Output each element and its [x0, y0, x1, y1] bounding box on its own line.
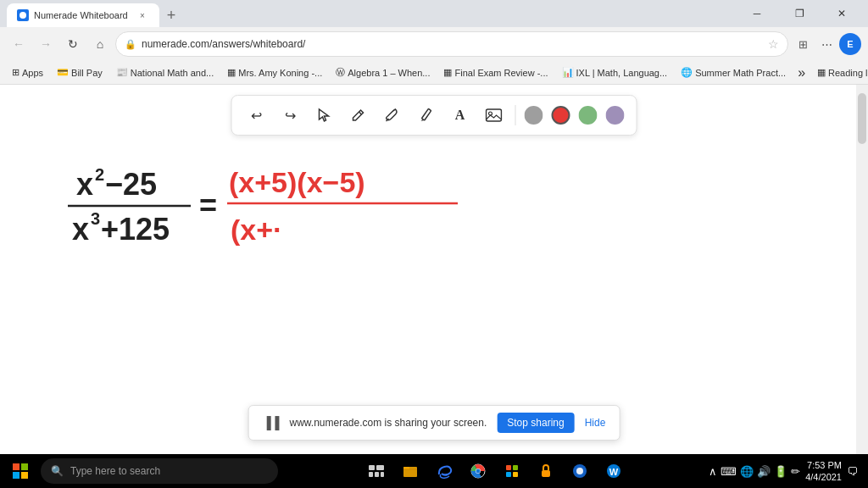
tools-button[interactable] [380, 103, 405, 128]
amykoning-icon: ▦ [227, 67, 236, 78]
whiteboard-toolbar: ↩ ↪ A [231, 95, 637, 136]
bookmark-label: National Math and... [131, 68, 214, 78]
settings-icon[interactable]: ⋯ [815, 33, 837, 55]
battery-icon[interactable]: 🔋 [774, 465, 787, 478]
chrome-button[interactable] [463, 456, 493, 486]
nav-bar: ← → ↻ ⌂ 🔒 numerade.com/answers/whiteboar… [0, 27, 868, 61]
bookmark-readinglist[interactable]: ▦ Reading list [812, 65, 868, 80]
readinglist-icon: ▦ [817, 67, 826, 78]
svg-rect-22 [369, 472, 373, 477]
active-tab[interactable]: Numerade Whiteboard × [7, 3, 159, 27]
notification-icon[interactable]: 🗨 [847, 465, 858, 478]
bookmark-label: Algebra 1 – When... [348, 68, 430, 78]
sharing-text: www.numerade.com is sharing your screen. [290, 417, 487, 429]
start-button[interactable] [3, 454, 37, 488]
address-bar[interactable]: 🔒 numerade.com/answers/whiteboard/ ☆ [115, 31, 788, 57]
profile-button[interactable]: E [839, 33, 861, 55]
store-button[interactable] [497, 456, 527, 486]
summermath-icon: 🌐 [681, 67, 693, 78]
bookmark-label: Summer Math Pract... [695, 68, 786, 78]
sharing-icon: ▐▐ [263, 416, 280, 430]
bookmark-summermath[interactable]: 🌐 Summer Math Pract... [676, 65, 791, 80]
scrollbar-thumb[interactable] [858, 93, 866, 144]
bookmark-algebra[interactable]: Ⓦ Algebra 1 – When... [331, 64, 435, 80]
maximize-button[interactable]: ❐ [780, 0, 819, 27]
bookmark-label: Bill Pay [71, 68, 103, 78]
bookmark-label: Apps [22, 68, 43, 78]
tab-close-button[interactable]: × [136, 8, 149, 22]
toolbar-divider [515, 105, 516, 125]
network-icon[interactable]: 🌐 [740, 465, 754, 478]
bookmarks-bar: ⊞ Apps 💳 Bill Pay 📰 National Math and...… [0, 61, 868, 85]
refresh-button[interactable]: ↻ [61, 32, 85, 56]
forward-button[interactable]: → [34, 32, 58, 56]
undo-button[interactable]: ↩ [244, 103, 270, 128]
taskbar-clock[interactable]: 7:53 PM 4/4/2021 [805, 459, 842, 484]
svg-point-0 [19, 12, 26, 19]
explorer-button[interactable] [395, 456, 426, 486]
nav-icons: ⊞ ⋯ E [792, 33, 861, 55]
pencil-button[interactable] [414, 103, 439, 128]
apps-icon: ⊞ [12, 67, 19, 78]
svg-text:x: x [72, 212, 89, 247]
hide-button[interactable]: Hide [585, 417, 606, 429]
back-button[interactable]: ← [7, 32, 31, 56]
image-button[interactable] [481, 103, 507, 128]
svg-rect-20 [369, 465, 375, 470]
svg-rect-2 [421, 108, 431, 120]
svg-point-36 [576, 468, 583, 474]
taskview-button[interactable] [361, 456, 392, 486]
star-icon[interactable]: ☆ [768, 37, 779, 51]
algebra-icon: Ⓦ [336, 66, 345, 79]
firefox-button[interactable] [565, 456, 595, 486]
search-placeholder: Type here to search [70, 465, 160, 477]
svg-text:(x+5)(x−5): (x+5)(x−5) [229, 166, 365, 198]
svg-rect-24 [381, 472, 384, 477]
bookmark-ixl[interactable]: 📊 IXL | Math, Languag... [557, 65, 673, 80]
content-area: ↩ ↪ A [0, 85, 868, 454]
select-button[interactable] [312, 103, 337, 128]
color-red[interactable] [552, 106, 570, 125]
color-purple[interactable] [606, 106, 625, 125]
tab-title: Numerade Whiteboard [34, 10, 131, 20]
sharing-bar: ▐▐ www.numerade.com is sharing your scre… [248, 405, 620, 441]
bookmark-finalexam[interactable]: ▦ Final Exam Review -... [438, 65, 553, 80]
text-button[interactable]: A [448, 103, 473, 128]
home-button[interactable]: ⌂ [88, 32, 112, 56]
edge-button[interactable] [429, 456, 459, 486]
close-button[interactable]: ✕ [822, 0, 861, 27]
minimize-button[interactable]: ─ [737, 0, 776, 27]
pen-button[interactable] [346, 103, 371, 128]
bookmark-billpay[interactable]: 💳 Bill Pay [52, 65, 108, 80]
bookmark-label: Mrs. Amy Koning -... [238, 68, 322, 78]
extensions-icon[interactable]: ⊞ [792, 33, 814, 55]
pen-tablet-icon[interactable]: ✏ [791, 465, 800, 478]
color-gray[interactable] [525, 106, 543, 125]
lock-app-button[interactable] [531, 456, 561, 486]
search-icon: 🔍 [51, 465, 64, 477]
svg-text:2: 2 [95, 165, 104, 184]
nationalmath-icon: 📰 [116, 67, 128, 78]
speaker-icon[interactable]: 🔊 [757, 465, 771, 478]
scrollbar[interactable] [856, 85, 868, 454]
bookmarks-more-button[interactable]: » [794, 64, 809, 82]
color-green[interactable] [579, 106, 598, 125]
redo-button[interactable]: ↪ [278, 103, 303, 128]
title-bar: Numerade Whiteboard × + ─ ❐ ✕ [0, 0, 868, 27]
tray-icons: ∧ ⌨ 🌐 🔊 🔋 ✏ [709, 465, 800, 478]
chevron-up-icon[interactable]: ∧ [709, 465, 717, 478]
bookmark-apps[interactable]: ⊞ Apps [7, 65, 48, 80]
bookmark-label: Final Exam Review -... [454, 68, 548, 78]
taskbar-search[interactable]: 🔍 Type here to search [41, 458, 278, 484]
stop-sharing-button[interactable]: Stop sharing [497, 413, 574, 433]
bookmark-nationalmath[interactable]: 📰 National Math and... [111, 65, 219, 80]
bookmark-amykoning[interactable]: ▦ Mrs. Amy Koning -... [222, 65, 327, 80]
taskbar: 🔍 Type here to search [0, 454, 868, 488]
keyboard-icon[interactable]: ⌨ [721, 465, 737, 478]
svg-rect-32 [506, 472, 511, 477]
ixl-icon: 📊 [562, 67, 574, 78]
svg-rect-3 [487, 109, 502, 121]
blue-app-button[interactable]: W [598, 456, 629, 486]
bookmark-label: IXL | Math, Languag... [576, 68, 668, 78]
new-tab-button[interactable]: + [159, 3, 183, 27]
